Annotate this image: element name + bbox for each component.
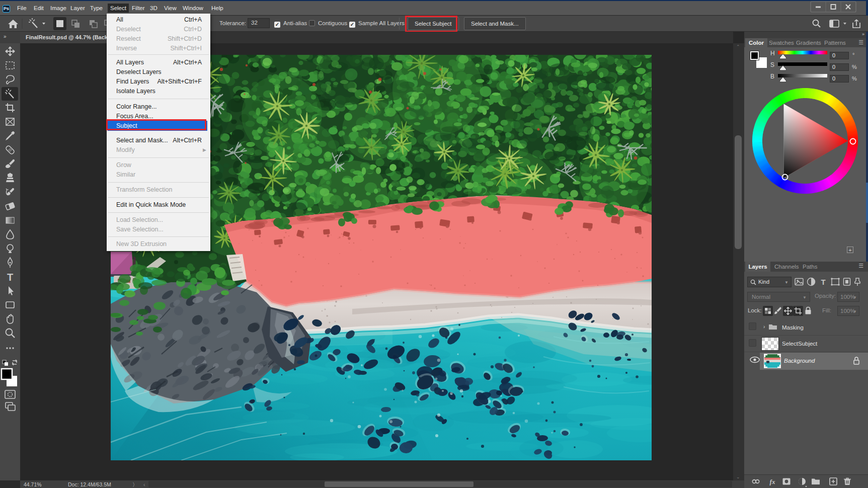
svg-text:T: T (7, 272, 13, 283)
